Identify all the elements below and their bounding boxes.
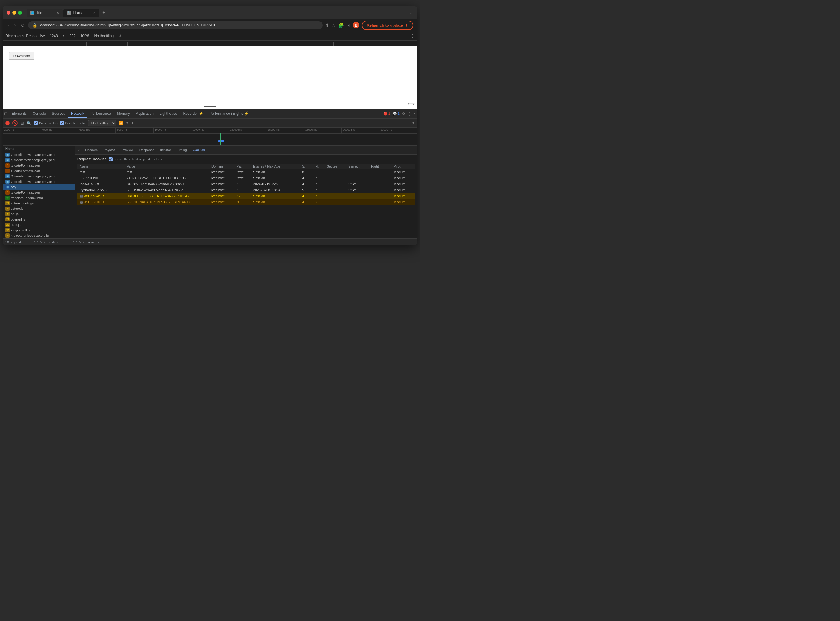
- resize-handle[interactable]: ⟺: [408, 101, 415, 106]
- list-item[interactable]: JS zotero_config.js: [3, 200, 75, 206]
- profile-icon[interactable]: E: [353, 22, 359, 29]
- search-button[interactable]: 🔍: [26, 121, 32, 126]
- zoom-select[interactable]: 100%: [81, 34, 90, 38]
- tab-application[interactable]: Application: [133, 110, 156, 118]
- maximize-button[interactable]: [18, 11, 22, 15]
- tab-close-hack[interactable]: ×: [93, 11, 96, 15]
- table-row[interactable]: test test localhost /mvc Session 8 M: [77, 169, 415, 175]
- col-value[interactable]: Value: [125, 164, 209, 169]
- rotate-icon[interactable]: ↺: [118, 34, 122, 38]
- close-detail-button[interactable]: ×: [77, 148, 80, 153]
- cast-icon[interactable]: ⊡: [346, 23, 350, 28]
- table-row[interactable]: Idea-d1f785ff 84328570-ea9b-4635-afba-05…: [77, 181, 415, 187]
- devtools-close-icon[interactable]: ×: [414, 112, 416, 116]
- forward-button[interactable]: ›: [13, 21, 17, 29]
- tab-memory[interactable]: Memory: [114, 110, 133, 118]
- minimize-button[interactable]: [12, 11, 16, 15]
- tab-headers[interactable]: Headers: [82, 147, 101, 153]
- inspect-icon[interactable]: ⊡: [4, 112, 8, 116]
- tab-close-title[interactable]: ×: [57, 11, 59, 15]
- url-bar[interactable]: 🔒 localhost:63343/SecurityStudy/hack.htm…: [28, 21, 323, 29]
- relaunch-button[interactable]: Relaunch to update ⋮: [362, 21, 413, 30]
- preserve-log-checkbox[interactable]: [34, 121, 38, 125]
- bookmark-icon[interactable]: ☆: [331, 23, 336, 28]
- disable-cache-label[interactable]: Disable cache: [60, 121, 86, 125]
- list-item-pay[interactable]: ▦ pay: [3, 184, 75, 190]
- tab-cookies[interactable]: Cookies: [190, 147, 208, 153]
- list-item[interactable]: ▣ ⊙ treeitem-webpage-gray.png: [3, 179, 75, 184]
- list-item[interactable]: JS openurl.js: [3, 217, 75, 222]
- list-item[interactable]: JS date.js: [3, 222, 75, 227]
- toolbar-more-icon[interactable]: ⋮: [411, 34, 415, 38]
- throttle-select[interactable]: No throttling: [88, 120, 116, 126]
- tab-console[interactable]: Console: [30, 110, 49, 118]
- wifi-icon[interactable]: 📶: [119, 121, 123, 125]
- settings-icon[interactable]: ⚙: [402, 112, 405, 116]
- timeline-bar[interactable]: 2000 ms 4000 ms 6000 ms 8000 ms 10000 ms…: [3, 128, 417, 145]
- timeline-cursor: [220, 133, 221, 145]
- throttling-select[interactable]: No throttling: [94, 34, 114, 38]
- table-row-highlighted[interactable]: ⓘ JSESSIONID 9BE3FF13F0E3B1EA7D148A36F05…: [77, 193, 415, 199]
- reload-button[interactable]: ↻: [20, 21, 26, 29]
- dimensions-label[interactable]: Dimensions: Responsive: [5, 34, 45, 38]
- tab-network[interactable]: Network: [68, 110, 87, 118]
- list-item[interactable]: ▣ ⊙ treeitem-webpage-gray.png: [3, 152, 75, 158]
- tab-performance-insights[interactable]: Performance insights ⚡: [207, 110, 252, 118]
- devtools-more-icon[interactable]: ⋮: [408, 112, 411, 116]
- col-expires[interactable]: Expires / Max-Age: [251, 164, 300, 169]
- tab-list-button[interactable]: ⌄: [410, 10, 413, 15]
- col-priority[interactable]: Prio...: [391, 164, 415, 169]
- list-item[interactable]: {} ⊙ dateFormats.json: [3, 163, 75, 168]
- tab-hack[interactable]: 🔧 Hack ×: [63, 9, 99, 17]
- tab-performance[interactable]: Performance: [87, 110, 114, 118]
- download-button[interactable]: Download: [9, 52, 34, 60]
- col-partition[interactable]: Partiti...: [369, 164, 391, 169]
- close-button[interactable]: [7, 11, 11, 15]
- col-path[interactable]: Path: [234, 164, 251, 169]
- tab-preview[interactable]: Preview: [119, 147, 137, 153]
- record-button[interactable]: [5, 121, 10, 125]
- list-item[interactable]: {} ⊙ dateFormats.json: [3, 190, 75, 195]
- drag-indicator[interactable]: [204, 106, 216, 107]
- tab-timing[interactable]: Timing: [174, 147, 190, 153]
- col-samesite[interactable]: Same...: [346, 164, 369, 169]
- disable-cache-checkbox[interactable]: [60, 121, 64, 125]
- network-settings-icon[interactable]: ⚙: [411, 121, 415, 125]
- col-httponly[interactable]: H.: [313, 164, 324, 169]
- tab-lighthouse[interactable]: Lighthouse: [156, 110, 180, 118]
- show-filtered-label[interactable]: show filtered out request cookies: [109, 158, 162, 161]
- list-item[interactable]: ▣ ⊙ treeitem-webpage-gray.png: [3, 158, 75, 163]
- preserve-log-label[interactable]: Preserve log: [34, 121, 58, 125]
- table-row-highlighted2[interactable]: ⓘ JSESSIONID 56301E19AEADC71BF903E79F409…: [77, 199, 415, 205]
- share-icon[interactable]: ⬆: [325, 23, 329, 28]
- resources-size: 1.1 MB resources: [73, 240, 99, 244]
- list-item[interactable]: JS xregexp-unicode-zotero.js: [3, 233, 75, 238]
- col-size[interactable]: S.: [300, 164, 313, 169]
- list-item[interactable]: JS xregexp-all.js: [3, 227, 75, 233]
- list-item[interactable]: {} ⊙ dateFormats.json: [3, 168, 75, 174]
- tab-initiator[interactable]: Initiator: [157, 147, 174, 153]
- col-domain[interactable]: Domain: [209, 164, 234, 169]
- list-item[interactable]: JS api.js: [3, 211, 75, 217]
- filter-button[interactable]: ⊟: [20, 121, 24, 126]
- table-row[interactable]: JSESSIONID 74C740682529E05EB1D11AC103C19…: [77, 175, 415, 181]
- export-icon[interactable]: ⬇: [131, 121, 134, 125]
- table-row[interactable]: Pycharm-11d8c703 6555b3f4-d2d9-4c1a-a729…: [77, 187, 415, 193]
- col-secure[interactable]: Secure: [324, 164, 346, 169]
- tab-payload[interactable]: Payload: [101, 147, 119, 153]
- tab-title[interactable]: 🌐 title ×: [27, 9, 63, 17]
- list-item[interactable]: JS zotero.js: [3, 206, 75, 211]
- back-button[interactable]: ‹: [7, 21, 11, 29]
- tab-elements[interactable]: Elements: [9, 110, 30, 118]
- tab-sources[interactable]: Sources: [49, 110, 68, 118]
- clear-button[interactable]: 🚫: [12, 120, 18, 126]
- tab-response[interactable]: Response: [137, 147, 158, 153]
- list-item[interactable]: ▣ ⊙ treeitem-webpage-gray.png: [3, 174, 75, 179]
- col-name[interactable]: Name: [77, 164, 125, 169]
- list-item[interactable]: <> translateSandbox.html: [3, 195, 75, 200]
- import-icon[interactable]: ⬆: [126, 121, 129, 125]
- extensions-icon[interactable]: 🧩: [338, 23, 344, 28]
- tab-recorder[interactable]: Recorder ⚡: [180, 110, 207, 118]
- new-tab-button[interactable]: +: [100, 8, 108, 17]
- show-filtered-checkbox[interactable]: [109, 158, 113, 161]
